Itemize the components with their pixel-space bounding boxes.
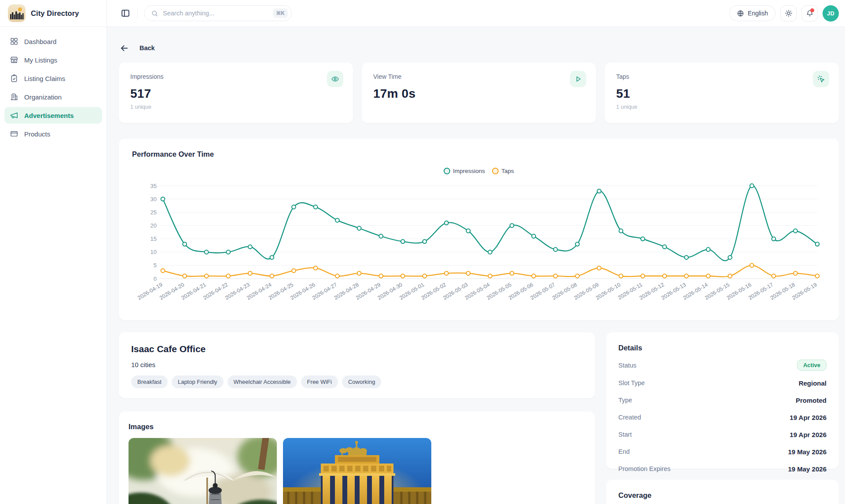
detail-value: 19 Apr 2026 (790, 414, 827, 421)
coverage-card: Coverage (606, 480, 839, 504)
detail-label: Created (618, 414, 641, 421)
megaphone-icon (10, 111, 18, 120)
legend-label: Taps (501, 168, 514, 174)
play-icon (574, 75, 582, 83)
detail-value: 19 May 2026 (788, 448, 827, 456)
globe-icon (737, 10, 744, 17)
brand: City Directory (0, 0, 107, 27)
topbar: ⌘K English JD (107, 0, 845, 27)
legend-item-taps[interactable]: Taps (492, 168, 514, 174)
svg-text:25: 25 (151, 209, 157, 216)
stats-row: Impressions5171 uniqueView Time17m 0sTap… (119, 63, 839, 123)
main-content: Back Impressions5171 uniqueView Time17m … (107, 27, 845, 504)
tag-free-wifi: Free WiFi (301, 375, 338, 388)
sidebar-item-products[interactable]: Products (4, 125, 102, 142)
city-skyline-logo (8, 4, 26, 22)
svg-text:35: 35 (151, 183, 157, 189)
search-input[interactable] (163, 10, 268, 17)
detail-label: Type (618, 397, 632, 404)
back-label: Back (140, 44, 155, 52)
sidebar-item-label: Products (24, 130, 50, 138)
search-shortcut-badge: ⌘K (273, 8, 288, 18)
sidebar-nav: DashboardMy ListingsListing ClaimsOrgani… (0, 27, 107, 150)
sidebar-item-advertisements[interactable]: Advertisements (4, 107, 102, 124)
tag-coworking: Coworking (342, 375, 381, 388)
sidebar-item-label: Dashboard (24, 38, 56, 45)
svg-text:2026-05-19: 2026-05-19 (791, 281, 818, 301)
sidebar-item-dashboard[interactable]: Dashboard (4, 33, 102, 50)
right-column: Details StatusActiveSlot TypeRegionalTyp… (606, 332, 839, 504)
stat-card-taps: Taps511 unique (605, 63, 839, 123)
svg-text:30: 30 (151, 196, 157, 202)
stat-card-view-time: View Time17m 0s (362, 63, 596, 123)
topbar-actions: English JD (729, 5, 839, 22)
stat-value: 51 (616, 87, 827, 101)
search-box[interactable]: ⌘K (144, 5, 292, 21)
detail-label: Start (618, 431, 632, 438)
stat-label: Impressions (130, 73, 342, 80)
language-label: English (748, 10, 768, 17)
sidebar-item-label: My Listings (24, 56, 57, 64)
stat-icon-badge (327, 71, 343, 87)
detail-label: Promotion Expires (618, 465, 670, 472)
listing-title: Isaac Cafe Office (131, 344, 583, 354)
performance-chart-card: Performance Over Time ImpressionsTaps 05… (119, 139, 839, 320)
legend-label: Impressions (453, 168, 485, 174)
topbar-divider (137, 8, 138, 18)
svg-text:2026-05-10: 2026-05-10 (595, 281, 621, 301)
legend-marker (444, 168, 450, 174)
sidebar-item-organization[interactable]: Organization (4, 88, 102, 105)
performance-chart[interactable]: 051015202530352026-04-192026-04-202026-0… (132, 180, 826, 312)
sidebar-item-my-listings[interactable]: My Listings (4, 52, 102, 68)
stat-card-impressions: Impressions5171 unique (119, 63, 353, 123)
detail-row-end: End19 May 2026 (618, 447, 827, 456)
stat-subtext: 1 unique (616, 104, 827, 110)
sidebar-item-label: Listing Claims (24, 75, 65, 82)
stat-value: 17m 0s (373, 87, 584, 101)
sidebar-toggle-button[interactable] (120, 7, 131, 19)
notifications-button[interactable] (801, 5, 818, 22)
stat-label: View Time (373, 73, 584, 80)
language-button[interactable]: English (729, 5, 775, 21)
grid-icon (10, 37, 18, 46)
chart-legend: ImpressionsTaps (132, 166, 826, 176)
detail-row-status: StatusActive (618, 360, 827, 371)
cafe-terrace-photo[interactable] (129, 438, 277, 504)
detail-label: Status (618, 362, 636, 369)
coverage-title: Coverage (618, 491, 827, 500)
legend-item-impressions[interactable]: Impressions (444, 168, 485, 174)
sidebar-item-label: Advertisements (24, 112, 74, 119)
stat-icon-badge (813, 71, 829, 87)
storefront-icon (10, 55, 18, 64)
brand-name: City Directory (31, 9, 79, 18)
status-badge: Active (797, 360, 827, 371)
detail-value: 19 Apr 2026 (790, 431, 827, 438)
detail-row-type: TypePromoted (618, 395, 827, 405)
back-row: Back (119, 42, 839, 54)
panel-left-icon (121, 8, 130, 18)
images-card: Images (119, 412, 595, 504)
theme-toggle-button[interactable] (780, 5, 797, 22)
svg-text:15: 15 (151, 235, 157, 242)
avatar[interactable]: JD (823, 5, 839, 22)
tag-breakfast: Breakfast (131, 375, 168, 388)
listing-cities: 10 cities (131, 361, 583, 368)
tag-laptop-friendly: Laptop Friendly (172, 375, 224, 388)
stat-icon-badge (570, 71, 586, 87)
back-button[interactable] (119, 43, 130, 54)
svg-text:0: 0 (154, 276, 157, 282)
sidebar-item-listing-claims[interactable]: Listing Claims (4, 70, 102, 87)
detail-label: End (618, 448, 630, 455)
svg-text:5: 5 (154, 262, 157, 269)
stat-subtext: 1 unique (130, 104, 342, 110)
building-icon (10, 92, 18, 101)
listing-summary-card: Isaac Cafe Office 10 cities BreakfastLap… (119, 332, 595, 398)
stat-label: Taps (616, 73, 827, 80)
notification-dot (810, 8, 814, 12)
details-rows: StatusActiveSlot TypeRegionalTypePromote… (618, 360, 827, 474)
brandenburg-gate-photo[interactable] (283, 438, 431, 504)
cursor-click-icon (817, 75, 825, 83)
main-column: ⌘K English JD (107, 0, 845, 504)
search-icon (151, 10, 158, 17)
svg-text:10: 10 (151, 249, 157, 255)
